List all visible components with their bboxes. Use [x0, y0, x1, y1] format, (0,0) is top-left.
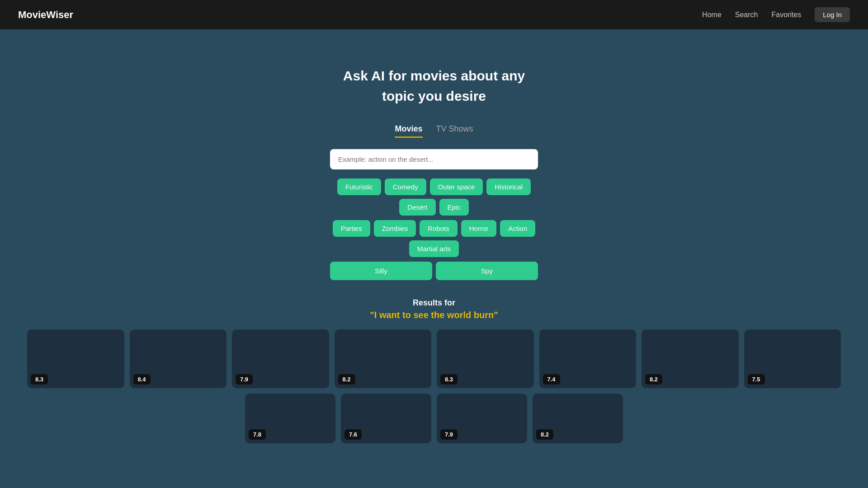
tag-desert[interactable]: Desert [399, 199, 435, 216]
movie-card[interactable]: 7.5 [744, 329, 841, 388]
tag-spy[interactable]: Spy [436, 262, 538, 280]
main-content: Ask AI for movies about any topic you de… [0, 29, 868, 449]
favorites-link[interactable]: Favorites [771, 11, 801, 19]
app-logo[interactable]: MovieWiser [18, 9, 73, 21]
tag-outer-space[interactable]: Outer space [430, 178, 483, 195]
movie-rating: 7.4 [543, 374, 560, 385]
movies-row-2: 7.8 7.6 7.9 8.2 [218, 394, 650, 443]
movie-card[interactable]: 8.3 [27, 329, 124, 388]
tags-row-3: Silly Spy [330, 262, 538, 280]
movie-card[interactable]: 7.4 [539, 329, 637, 388]
tag-historical[interactable]: Historical [486, 178, 531, 195]
movie-rating: 8.4 [133, 374, 151, 385]
results-label: Results for [413, 298, 455, 308]
nav-links: Home Search Favorites Log In [702, 7, 850, 22]
movie-rating: 7.6 [344, 429, 362, 440]
hero-title: Ask AI for movies about any topic you de… [343, 66, 525, 106]
tags-row-2: Parties Zombies Robots Horror Action Mar… [330, 220, 538, 257]
movie-card[interactable]: 7.8 [245, 394, 335, 443]
tab-tvshows[interactable]: TV Shows [436, 124, 473, 138]
movie-rating: 7.9 [440, 429, 458, 440]
movie-rating: 7.5 [748, 374, 765, 385]
movie-rating: 8.2 [645, 374, 662, 385]
tag-zombies[interactable]: Zombies [374, 220, 416, 237]
movie-card[interactable]: 8.2 [335, 329, 432, 388]
tag-futuristic[interactable]: Futuristic [337, 178, 381, 195]
movies-row-1: 8.3 8.4 7.9 8.2 8.3 7.4 8.2 7.5 [0, 329, 868, 388]
tag-parties[interactable]: Parties [333, 220, 370, 237]
movie-card[interactable]: 8.3 [437, 329, 534, 388]
movie-rating: 8.3 [440, 374, 458, 385]
search-link[interactable]: Search [735, 11, 758, 19]
home-link[interactable]: Home [702, 11, 722, 19]
movie-card[interactable]: 7.9 [437, 394, 527, 443]
tag-martial-arts[interactable]: Martial arts [409, 240, 459, 257]
movie-card[interactable]: 8.4 [130, 329, 227, 388]
movie-rating: 8.2 [536, 429, 553, 440]
search-input[interactable] [330, 149, 538, 169]
tag-epic[interactable]: Epic [439, 199, 469, 216]
tag-silly[interactable]: Silly [330, 262, 432, 280]
tag-horror[interactable]: Horror [461, 220, 497, 237]
tab-movies[interactable]: Movies [395, 124, 422, 138]
movie-rating: 8.2 [338, 374, 355, 385]
tag-comedy[interactable]: Comedy [385, 178, 426, 195]
results-query: "I want to see the world burn" [370, 310, 498, 320]
tags-row-1: Futuristic Comedy Outer space Historical… [330, 178, 538, 216]
tag-robots[interactable]: Robots [420, 220, 458, 237]
navbar: MovieWiser Home Search Favorites Log In [0, 0, 868, 29]
movie-card[interactable]: 8.2 [533, 394, 623, 443]
movie-card[interactable]: 8.2 [642, 329, 739, 388]
movie-card[interactable]: 7.9 [232, 329, 329, 388]
login-button[interactable]: Log In [815, 7, 850, 22]
search-container [330, 149, 538, 169]
movie-card[interactable]: 7.6 [341, 394, 431, 443]
content-tabs: Movies TV Shows [395, 124, 473, 138]
results-section: Results for "I want to see the world bur… [0, 298, 868, 449]
tags-container: Futuristic Comedy Outer space Historical… [330, 178, 538, 280]
movie-rating: 7.9 [236, 374, 253, 385]
tag-action[interactable]: Action [500, 220, 535, 237]
movie-rating: 8.3 [31, 374, 48, 385]
movie-rating: 7.8 [249, 429, 266, 440]
